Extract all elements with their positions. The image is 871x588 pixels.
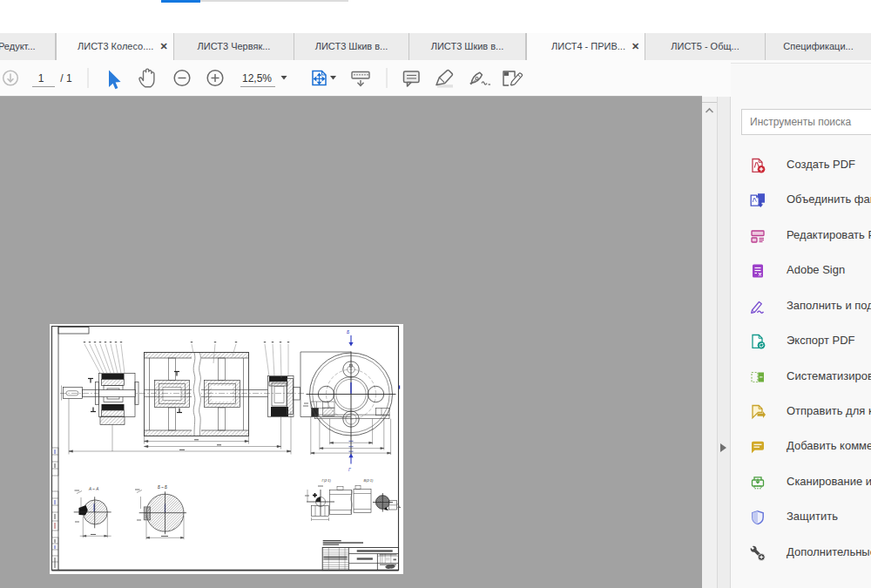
- svg-text:Г: Г: [348, 467, 352, 472]
- svg-text:А – А: А – А: [88, 487, 98, 491]
- svg-text:Б – Б: Б – Б: [158, 485, 167, 490]
- svg-text:Г(2:1): Г(2:1): [322, 478, 332, 483]
- svg-text:/ 1: / 1: [60, 72, 72, 84]
- svg-text:1: 1: [38, 72, 44, 84]
- svg-text:В(2:1): В(2:1): [364, 478, 375, 483]
- svg-text:Б: Б: [347, 329, 350, 335]
- svg-text:12,5%: 12,5%: [242, 72, 272, 84]
